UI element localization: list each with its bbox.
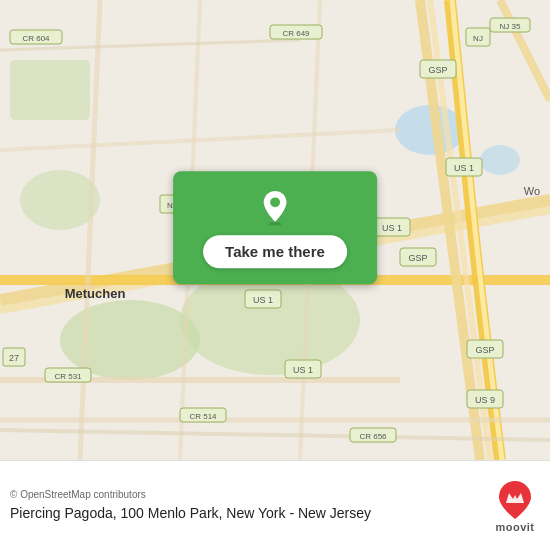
copyright-text: © OpenStreetMap contributors [10,489,371,500]
svg-text:US 1: US 1 [382,223,402,233]
svg-text:CR 649: CR 649 [282,29,310,38]
take-me-there-button[interactable]: Take me there [203,235,347,268]
svg-text:US 1: US 1 [293,365,313,375]
svg-text:Wo: Wo [524,185,540,197]
location-pin-icon [257,189,293,225]
svg-text:Metuchen: Metuchen [65,286,126,301]
svg-text:CR 604: CR 604 [22,34,50,43]
svg-text:US 9: US 9 [475,395,495,405]
svg-text:GSP: GSP [408,253,427,263]
svg-text:CR 531: CR 531 [54,372,82,381]
svg-point-6 [480,145,520,175]
place-name: Piercing Pagoda, 100 Menlo Park, New Yor… [10,504,371,522]
svg-text:US 1: US 1 [253,295,273,305]
moovit-text: moovit [495,521,534,533]
svg-rect-3 [10,60,90,120]
svg-text:GSP: GSP [475,345,494,355]
svg-text:CR 514: CR 514 [189,412,217,421]
green-card: Take me there [173,171,377,284]
svg-text:27: 27 [9,353,19,363]
svg-text:NJ 35: NJ 35 [500,22,521,31]
moovit-logo: moovit [494,479,536,533]
svg-text:NJ: NJ [473,34,483,43]
map-container: CR 604 CR 649 NJ 35 US 1 US 1 US 1 GSP G… [0,0,550,460]
moovit-icon [494,479,536,521]
info-bar: © OpenStreetMap contributors Piercing Pa… [0,460,550,550]
info-left: © OpenStreetMap contributors Piercing Pa… [10,489,371,522]
svg-point-59 [270,197,280,207]
svg-text:GSP: GSP [428,65,447,75]
svg-text:US 1: US 1 [454,163,474,173]
take-me-there-overlay: Take me there [173,171,377,284]
svg-text:CR 656: CR 656 [359,432,387,441]
